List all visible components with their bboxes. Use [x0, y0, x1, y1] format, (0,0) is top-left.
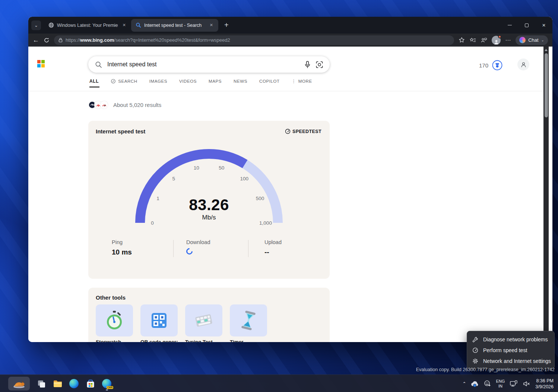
browser-essentials-icon[interactable] [481, 37, 487, 43]
tab-copilot[interactable]: COPILOT [259, 79, 280, 83]
scrollbar-up-arrow[interactable] [545, 49, 548, 51]
page-scrollbar[interactable] [543, 47, 549, 342]
profile-avatar[interactable] [492, 36, 501, 45]
results-summary-row: About 5,020 results [88, 101, 161, 109]
system-tray: ⌃ ENG IN 8:36 PM 3/9/2026 [462, 375, 555, 392]
minimize-icon [508, 25, 512, 26]
upload-value: -- [264, 248, 282, 256]
tab-strip: ⌄ Windows Latest: Your Premier Sou ✕ Int… [28, 17, 552, 34]
tab-more[interactable]: ⋮ MORE [292, 79, 312, 84]
download-label: Download [186, 239, 210, 245]
url-scheme: https:// [66, 37, 80, 43]
tab-videos[interactable]: VIDEOS [179, 79, 197, 83]
tab-search[interactable]: SEARCH [111, 79, 137, 84]
stopwatch-tile[interactable] [96, 304, 133, 336]
browser-toolbar: ← https://www.bing.com/search?q=Internet… [28, 34, 552, 47]
clock[interactable]: 8:36 PM 3/9/2026 [535, 378, 555, 390]
menu-item-label: Network and Internet settings [483, 358, 551, 364]
tab-search-button[interactable]: ⌄ [31, 20, 41, 30]
tab-internet-speed-test[interactable]: Internet speed test - Search ✕ [131, 19, 218, 32]
rewards-counter[interactable]: 170 [479, 60, 502, 70]
language-indicator[interactable]: ENG IN [496, 379, 505, 389]
edge-icon [69, 379, 79, 388]
url-host: www.bing.com [80, 37, 114, 43]
timer-tile[interactable] [230, 304, 267, 336]
emoji-feedback-icon[interactable] [484, 380, 491, 387]
speedtest-red-gauge-favicon [100, 101, 108, 109]
more-menu-button[interactable]: ⋯ [505, 37, 511, 44]
browser-window: ⌄ Windows Latest: Your Premier Sou ✕ Int… [28, 17, 552, 342]
tab-news[interactable]: NEWS [234, 79, 247, 83]
speedometer-icon [285, 129, 291, 134]
window-controls: ✕ [501, 17, 552, 34]
task-view-button[interactable] [36, 379, 46, 389]
chat-label: Chat [528, 37, 538, 43]
favorites-list-button[interactable] [469, 37, 476, 43]
other-tools-labels: Stopwatch QR code generator Typing Test … [96, 339, 267, 342]
maximize-button[interactable] [518, 17, 535, 34]
menu-item-network-settings[interactable]: Network and Internet settings [467, 355, 554, 366]
widgets-fox-button[interactable] [8, 377, 30, 391]
person-icon [520, 61, 527, 68]
menu-item-speed-test[interactable]: Perform speed test [467, 345, 554, 355]
tray-overflow-button[interactable]: ⌃ [462, 381, 466, 386]
qr-code-tile[interactable] [140, 304, 178, 336]
search-icon [95, 61, 102, 68]
tool-label: QR code generator [140, 339, 178, 342]
taskbar-apps: CAN [8, 376, 112, 391]
brand-label: SPEEDTEST [292, 129, 321, 134]
microsoft-store-button[interactable] [85, 379, 95, 389]
typing-test-tile[interactable] [185, 304, 222, 336]
tab-images[interactable]: IMAGES [149, 79, 167, 83]
network-ethernet-icon[interactable] [510, 380, 518, 388]
onedrive-cloud-icon[interactable] [471, 381, 479, 387]
header-divider [28, 91, 543, 91]
minimize-button[interactable] [501, 17, 518, 34]
download-stat: Download [186, 239, 210, 255]
bing-profile-button[interactable] [517, 59, 529, 70]
speed-gauge: 01510501005001,000 83.26 Mb/s [127, 140, 291, 230]
other-tools-title: Other tools [88, 288, 330, 301]
language-region: IN [496, 384, 505, 389]
other-tools-widget: Other tools [88, 288, 330, 342]
close-icon: ✕ [542, 23, 546, 28]
speed-unit: Mb/s [127, 214, 291, 221]
tab-close-button[interactable]: ✕ [208, 22, 215, 28]
tab-label: SEARCH [118, 79, 137, 83]
rewards-points: 170 [479, 62, 488, 69]
edge-canary-button[interactable]: CAN [102, 379, 112, 389]
cloud-status-dot [473, 384, 476, 387]
tab-all[interactable]: ALL [89, 79, 99, 84]
tab-label: MORE [298, 79, 312, 83]
speedometer-icon [472, 347, 478, 353]
gauge-tick: 10 [194, 165, 199, 170]
file-explorer-button[interactable] [53, 379, 63, 389]
microsoft-logo[interactable] [37, 60, 45, 67]
copilot-chat-button[interactable]: Chat ⌄ [516, 35, 548, 45]
menu-item-diagnose[interactable]: Diagnose network problems [467, 334, 554, 345]
new-tab-button[interactable]: + [222, 21, 231, 29]
results-count: About 5,020 results [113, 102, 161, 108]
scrollbar-thumb[interactable] [545, 53, 548, 117]
chevron-down-icon: ⌄ [541, 38, 544, 42]
refresh-button[interactable] [44, 37, 50, 43]
volume-muted-icon[interactable] [523, 380, 530, 387]
edge-browser-button[interactable] [69, 379, 79, 389]
back-button[interactable]: ← [33, 37, 39, 43]
search-input[interactable]: Internet speed test [88, 56, 330, 73]
close-button[interactable]: ✕ [535, 17, 552, 34]
gauge-tick: 5 [172, 176, 175, 181]
stat-divider [173, 240, 174, 257]
microphone-icon[interactable] [304, 61, 311, 69]
upload-stat: Upload -- [264, 239, 282, 256]
tab-windows-latest[interactable]: Windows Latest: Your Premier Sou ✕ [44, 19, 131, 32]
upload-label: Upload [264, 239, 282, 245]
address-bar[interactable]: https://www.bing.com/search?q=Internet%2… [54, 35, 454, 45]
speedtest-brand[interactable]: SPEEDTEST [285, 129, 321, 134]
tab-close-button[interactable]: ✕ [121, 22, 127, 28]
running-indicator [106, 389, 108, 391]
favorite-star-button[interactable] [459, 37, 465, 43]
tab-maps[interactable]: MAPS [209, 79, 222, 83]
bing-results-page: Internet speed test 170 [28, 47, 552, 342]
visual-search-icon[interactable] [316, 61, 323, 68]
